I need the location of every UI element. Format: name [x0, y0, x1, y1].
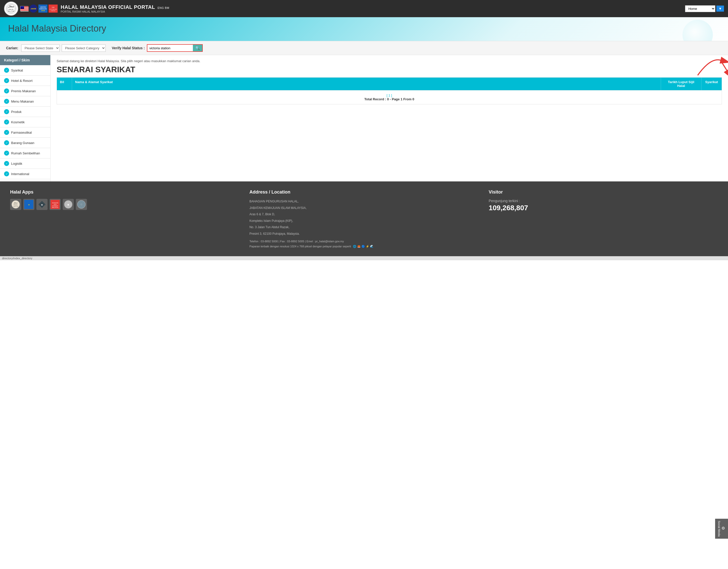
check-icon: ✓ — [4, 68, 9, 73]
verify-input-wrapper: 🔍 — [147, 44, 203, 52]
svg-text:HALAL: HALAL — [9, 9, 14, 10]
site-title: HALAL MALAYSIA OFFICIAL PORTAL ENG BM — [61, 4, 682, 10]
app-logo-flag: ★ — [23, 199, 34, 210]
jakim-logos: ☽ JAKIM JABATAN KEMAJUAN JAKIM SSM SURUH… — [20, 5, 58, 13]
col-tarikh: Tarikh Luput Sijil Halal — [661, 78, 701, 90]
svg-text:JABATAN: JABATAN — [40, 6, 46, 8]
browser-icons: 🌐 🦊 🔵 ⚡ 🌊 — [353, 245, 374, 248]
status-bar: directory/index_directory — [0, 256, 728, 260]
content-area: Selamat datang ke direktori Halal Malays… — [51, 55, 728, 182]
svg-text:جحلال: جحلال — [14, 202, 18, 204]
list-title: SENARAI SYARIKAT — [57, 65, 722, 74]
col-syarikat: Syarikat — [701, 78, 722, 90]
nav-area: Home About Directory Contact ▼ — [685, 5, 724, 12]
nav-dropdown-btn[interactable]: ▼ — [716, 6, 724, 12]
jakim-badge: JAKIM — [29, 5, 37, 13]
sidebar-item-premis[interactable]: ✓ Premis Makanan — [0, 86, 50, 96]
app-logo-circle1: ◉ — [63, 199, 74, 210]
svg-rect-8 — [20, 10, 29, 10]
svg-text:★: ★ — [28, 204, 30, 206]
pagination: [ 1 ] Total Record : 0 - Page 1 From 0 — [57, 90, 722, 104]
footer-apps: Halal Apps جحلال HALAL MALAYSIA ★ — [10, 190, 239, 248]
svg-text:SURUHANJAYA: SURUHANJAYA — [49, 9, 57, 10]
apps-title: Halal Apps — [10, 190, 239, 195]
svg-text:☽: ☽ — [22, 7, 23, 9]
app-logo-diamond: ◆ — [36, 199, 48, 210]
svg-text:MALAYSIA: MALAYSIA — [13, 206, 18, 207]
sidebar-item-produk[interactable]: ✓ Produk — [0, 107, 50, 117]
results-table: Bil Nama & Alamat Syarikat Tarikh Luput … — [57, 77, 722, 104]
site-header: جحلال HALAL MALAYSIA ☽ JAKIM — [0, 0, 728, 17]
svg-text:♡: ♡ — [80, 204, 82, 206]
check-icon: ✓ — [4, 130, 9, 135]
app-logo-ssm: SURUHAN JAYA SYARIKAT MALAYSIA — [50, 199, 61, 210]
svg-text:MALAYSIA: MALAYSIA — [8, 10, 14, 12]
search-icon: 🔍 — [195, 46, 200, 50]
logo-area: جحلال HALAL MALAYSIA ☽ JAKIM — [4, 2, 58, 16]
svg-text:MALAYSIA: MALAYSIA — [52, 207, 58, 208]
verify-label: Verify Halal Status : — [112, 46, 145, 50]
verify-search-btn[interactable]: 🔍 — [193, 45, 202, 51]
svg-text:HALAL: HALAL — [14, 204, 18, 206]
check-icon: ✓ — [4, 151, 9, 156]
address-title: Address / Location — [249, 190, 479, 195]
nav-select[interactable]: Home About Directory Contact — [685, 5, 715, 12]
svg-text:SYARIKAT: SYARIKAT — [51, 10, 56, 11]
sidebar-item-menu[interactable]: ✓ Menu Makanan — [0, 96, 50, 107]
sidebar-item-hotel[interactable]: ✓ Hotel & Resort — [0, 76, 50, 86]
footer-address-col: Address / Location BAHAGIAN PENGURUSAN H… — [249, 190, 479, 248]
apps-logos: جحلال HALAL MALAYSIA ★ ◆ — [10, 199, 239, 210]
jakim-label: JABATAN KEMAJUAN JAKIM — [38, 5, 48, 13]
welcome-text: Selamat datang ke direktori Halal Malays… — [57, 59, 722, 63]
extra-badge: SSM SURUHANJAYA SYARIKAT — [49, 5, 58, 13]
sidebar: Kategori / Skim ✓ Syarikat ✓ Hotel & Res… — [0, 55, 51, 182]
hero-banner: Halal Malaysia Directory — [0, 17, 728, 41]
footer: Halal Apps جحلال HALAL MALAYSIA ★ — [0, 182, 728, 256]
main-content: Kategori / Skim ✓ Syarikat ✓ Hotel & Res… — [0, 55, 728, 182]
visitor-count: 109,268,807 — [489, 204, 718, 212]
sidebar-item-syarikat[interactable]: ✓ Syarikat — [0, 65, 50, 76]
browser-note: Paparan terbaik dengan resolusi 1024 x 7… — [249, 245, 479, 248]
verify-input[interactable] — [147, 45, 193, 51]
table-header: Bil Nama & Alamat Syarikat Tarikh Luput … — [57, 78, 722, 90]
app-logo-circle2: ♡ — [76, 199, 87, 210]
svg-text:◉: ◉ — [67, 204, 69, 206]
category-select[interactable]: Please Select Category Syarikat Hotel & … — [62, 44, 106, 52]
visitor-label: Pengunjung terkini : — [489, 199, 718, 203]
svg-text:JAKIM: JAKIM — [41, 10, 45, 11]
check-icon: ✓ — [4, 78, 9, 83]
sidebar-item-logistik[interactable]: ✓ Logistik — [0, 159, 50, 169]
sidebar-item-kosmetik[interactable]: ✓ Kosmetik — [0, 117, 50, 127]
total-record: Total Record : 0 - Page 1 From 0 — [60, 97, 719, 101]
footer-visitor: Visitor Pengunjung terkini : 109,268,807 — [489, 190, 718, 248]
contact-info: Telefon : 03-8892 5000 | Fax : 03-8892 5… — [249, 240, 479, 243]
sidebar-item-international[interactable]: ✓ International — [0, 169, 50, 179]
col-bil: Bil — [57, 78, 72, 90]
svg-rect-9 — [20, 11, 29, 12]
check-icon: ✓ — [4, 99, 9, 104]
check-icon: ✓ — [4, 140, 9, 145]
sidebar-item-barang[interactable]: ✓ Barang Gunaan — [0, 138, 50, 148]
search-bar: Carian: Please Select State Johor Kedah … — [0, 41, 728, 55]
sidebar-header: Kategori / Skim — [0, 55, 50, 65]
check-icon: ✓ — [4, 171, 9, 176]
page-title: Halal Malaysia Directory — [8, 23, 720, 34]
sidebar-item-rumah[interactable]: ✓ Rumah Sembelihan — [0, 148, 50, 159]
svg-text:KEMAJUAN: KEMAJUAN — [39, 8, 47, 10]
check-icon: ✓ — [4, 120, 9, 125]
svg-text:جحلال: جحلال — [8, 5, 14, 8]
check-icon: ✓ — [4, 109, 9, 114]
svg-text:◆: ◆ — [41, 204, 43, 206]
address-block: BAHAGIAN PENGURUSAN HALAL, JABATAN KEMAJ… — [249, 199, 479, 237]
col-nama: Nama & Alamat Syarikat — [72, 78, 661, 90]
sidebar-item-farmaseutikal[interactable]: ✓ Farmaseutikal — [0, 127, 50, 138]
search-label: Carian: — [6, 46, 18, 50]
svg-text:SSM: SSM — [52, 7, 55, 8]
site-subtitle: PORTAL RASMI HALAL MALAYSIA — [61, 10, 682, 13]
halal-logo: جحلال HALAL MALAYSIA — [4, 2, 18, 16]
check-icon: ✓ — [4, 88, 9, 94]
app-logo-jakim: جحلال HALAL MALAYSIA — [10, 199, 21, 210]
site-title-area: HALAL MALAYSIA OFFICIAL PORTAL ENG BM PO… — [61, 4, 682, 13]
page-display: [ 1 ] — [60, 94, 719, 97]
state-select[interactable]: Please Select State Johor Kedah Kelantan… — [21, 44, 60, 52]
